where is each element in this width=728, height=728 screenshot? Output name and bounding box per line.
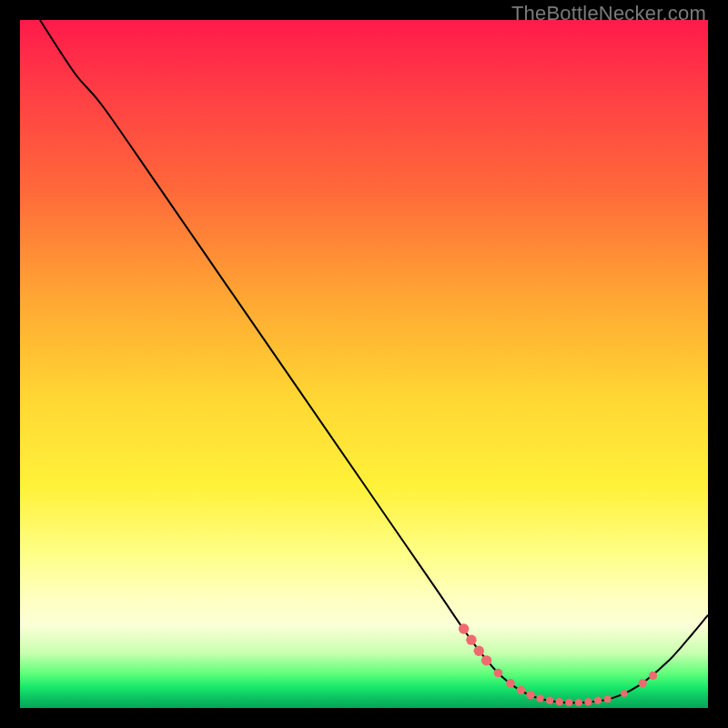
curve-marker	[556, 698, 563, 705]
curve-marker	[639, 679, 647, 687]
curve-marker	[459, 623, 469, 633]
chart-frame: TheBottleNecker.com	[0, 0, 728, 728]
curve-marker	[575, 699, 582, 706]
curve-marker	[474, 646, 484, 656]
curve-marker	[517, 686, 525, 694]
curve-marker	[546, 696, 553, 703]
chart-plot-area	[20, 20, 708, 708]
curve-markers	[459, 623, 657, 706]
curve-marker	[621, 690, 628, 697]
bottleneck-curve	[40, 20, 708, 703]
curve-marker	[594, 696, 602, 703]
curve-marker	[649, 672, 657, 680]
watermark-text: TheBottleNecker.com	[511, 2, 706, 25]
curve-marker	[536, 694, 543, 702]
curve-marker	[494, 669, 503, 678]
chart-svg	[20, 20, 708, 708]
curve-marker	[526, 691, 534, 699]
curve-marker	[565, 699, 572, 706]
curve-marker	[506, 679, 515, 688]
curve-marker	[466, 634, 476, 644]
curve-marker	[604, 695, 612, 703]
curve-marker	[481, 655, 491, 665]
curve-marker	[584, 698, 592, 705]
